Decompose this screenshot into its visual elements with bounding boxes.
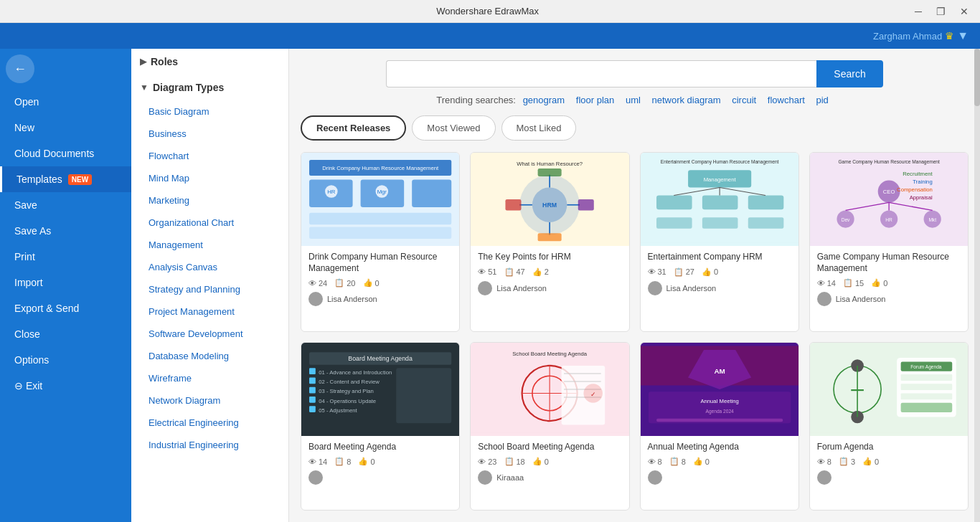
- diagram-type-orgchart[interactable]: Organizational Chart: [131, 212, 288, 234]
- svg-rect-21: [538, 169, 562, 176]
- svg-rect-37: [748, 217, 783, 228]
- trending-flowchart[interactable]: flowchart: [768, 95, 805, 105]
- scrollbar-track: [974, 49, 980, 522]
- tab-recent-releases[interactable]: Recent Releases: [301, 115, 406, 141]
- template-stats-4: 👁 14 📋 8 👍 0: [308, 457, 452, 466]
- user-dropdown-icon[interactable]: ▼: [957, 29, 969, 42]
- back-button[interactable]: ←: [6, 54, 34, 83]
- author-avatar-3: [817, 292, 831, 306]
- template-card-3[interactable]: Game Company Human Resource Management C…: [809, 152, 969, 332]
- diagram-types-label: Diagram Types: [153, 82, 224, 93]
- diagram-type-mindmap[interactable]: Mind Map: [131, 167, 288, 189]
- template-stats-6: 👁 8 📋 8 👍 0: [648, 457, 791, 466]
- svg-text:Board Meeting Agenda: Board Meeting Agenda: [348, 355, 413, 362]
- svg-rect-66: [309, 406, 316, 412]
- author-name-2: Lisa Anderson: [666, 284, 717, 293]
- diagram-type-business[interactable]: Business: [131, 123, 288, 145]
- diagram-type-wireframe[interactable]: Wireframe: [131, 367, 288, 389]
- search-button[interactable]: Search: [816, 60, 882, 87]
- sidebar-item-new[interactable]: New: [0, 115, 131, 141]
- author-avatar-6: [648, 470, 662, 485]
- svg-rect-68: [396, 368, 451, 423]
- svg-rect-64: [309, 397, 316, 403]
- tab-most-liked[interactable]: Most Liked: [501, 115, 577, 141]
- copies-stat-2: 📋 27: [674, 267, 694, 277]
- sidebar-item-cloud[interactable]: Cloud Documents: [0, 141, 131, 166]
- template-card-1[interactable]: What is Human Resource? HRM: [470, 152, 629, 332]
- svg-text:Forum Agenda: Forum Agenda: [910, 364, 942, 370]
- likes-stat-5: 👍 0: [532, 457, 549, 466]
- trending-genogram[interactable]: genogram: [523, 95, 565, 105]
- search-input[interactable]: [386, 60, 816, 87]
- template-card-4[interactable]: Board Meeting Agenda 01 - Advance and In…: [301, 342, 460, 511]
- scrollbar-thumb[interactable]: [974, 49, 980, 106]
- svg-rect-62: [309, 386, 316, 393]
- svg-text:Mgr: Mgr: [377, 189, 387, 195]
- diagram-types-section-header[interactable]: ▼ Diagram Types: [131, 75, 288, 100]
- template-card-2[interactable]: Entertainment Company Human Resource Man…: [640, 152, 799, 332]
- template-card-6[interactable]: AM Annual Meeting Agenda 2024 Annual Mee…: [640, 342, 799, 511]
- restore-button[interactable]: ❐: [932, 4, 950, 19]
- sidebar-item-export[interactable]: Export & Send: [0, 295, 131, 321]
- diagram-type-project[interactable]: Project Management: [131, 300, 288, 323]
- diagram-type-analysis[interactable]: Analysis Canvas: [131, 256, 288, 278]
- likes-stat-6: 👍 0: [693, 457, 710, 466]
- sidebar-item-templates[interactable]: Templates NEW: [0, 166, 131, 192]
- tab-most-viewed[interactable]: Most Viewed: [412, 115, 495, 141]
- template-card-7[interactable]: Forum Agenda Forum Agenda 👁 8 📋 3 👍: [809, 342, 969, 511]
- views-stat-0: 👁 24: [308, 279, 327, 288]
- svg-text:What is Human Resource?: What is Human Resource?: [517, 161, 583, 167]
- diagram-type-basic[interactable]: Basic Diagram: [131, 100, 288, 123]
- svg-text:Appraisal: Appraisal: [909, 194, 932, 201]
- content-area: ▶ Roles ▼ Diagram Types Basic Diagram Bu…: [131, 49, 980, 522]
- svg-rect-60: [309, 377, 316, 384]
- views-stat-1: 👁 51: [478, 267, 496, 276]
- new-badge: NEW: [68, 174, 92, 185]
- template-author-6: [648, 470, 791, 485]
- template-title-7: Forum Agenda: [817, 442, 961, 453]
- svg-text:Annual Meeting: Annual Meeting: [700, 398, 738, 404]
- diagram-type-flowchart[interactable]: Flowchart: [131, 145, 288, 167]
- crown-icon: ♛: [945, 30, 954, 42]
- close-button[interactable]: ✕: [956, 4, 973, 19]
- copies-stat-1: 📋 47: [504, 267, 525, 277]
- tabs-row: Recent Releases Most Viewed Most Liked: [301, 115, 969, 141]
- sidebar-item-open[interactable]: Open: [0, 89, 131, 115]
- sidebar-item-saveas[interactable]: Save As: [0, 218, 131, 244]
- template-card-5[interactable]: School Board Meeting Agenda ✓: [470, 342, 629, 511]
- views-stat-7: 👁 8: [817, 457, 831, 466]
- trending-pid[interactable]: pid: [816, 95, 828, 105]
- left-panel: ▶ Roles ▼ Diagram Types Basic Diagram Bu…: [131, 49, 289, 522]
- template-title-4: Board Meeting Agenda: [308, 442, 452, 453]
- svg-text:Game Company Human Resource Ma: Game Company Human Resource Management: [838, 159, 940, 165]
- diagram-type-management[interactable]: Management: [131, 234, 288, 256]
- diagram-type-electrical[interactable]: Electrical Engineering: [131, 412, 288, 434]
- trending-circuit[interactable]: circuit: [732, 95, 756, 105]
- diagram-type-software[interactable]: Software Development: [131, 323, 288, 345]
- sidebar-item-save[interactable]: Save: [0, 192, 131, 218]
- diagram-type-industrial[interactable]: Industrial Engineering: [131, 434, 288, 456]
- trending-network[interactable]: network diagram: [651, 95, 720, 105]
- template-stats-7: 👁 8 📋 3 👍 0: [817, 457, 961, 466]
- diagram-type-network[interactable]: Network Diagram: [131, 389, 288, 412]
- roles-arrow-icon: ▶: [140, 57, 146, 67]
- svg-text:Entertainment Company Human Re: Entertainment Company Human Resource Man…: [660, 159, 778, 165]
- username[interactable]: Zargham Ahmad: [873, 31, 942, 42]
- template-author-4: [308, 470, 452, 485]
- roles-section-header[interactable]: ▶ Roles: [131, 49, 288, 75]
- sidebar-item-options[interactable]: Options: [0, 347, 131, 373]
- sidebar-item-close[interactable]: Close: [0, 321, 131, 347]
- sidebar-item-print[interactable]: Print: [0, 244, 131, 270]
- trending-uml[interactable]: uml: [626, 95, 641, 105]
- minimize-button[interactable]: ─: [910, 4, 926, 19]
- diagram-type-marketing[interactable]: Marketing: [131, 189, 288, 212]
- sidebar-item-exit[interactable]: ⊖ Exit: [0, 373, 131, 399]
- template-card-0[interactable]: Drink Company Human Resource Management …: [301, 152, 460, 332]
- svg-rect-89: [656, 419, 783, 422]
- trending-floorplan[interactable]: floor plan: [576, 95, 614, 105]
- diagram-type-strategy[interactable]: Strategy and Planning: [131, 278, 288, 300]
- sidebar-item-import[interactable]: Import: [0, 270, 131, 295]
- svg-rect-102: [900, 403, 952, 412]
- svg-rect-11: [309, 227, 451, 239]
- diagram-type-database[interactable]: Database Modeling: [131, 345, 288, 367]
